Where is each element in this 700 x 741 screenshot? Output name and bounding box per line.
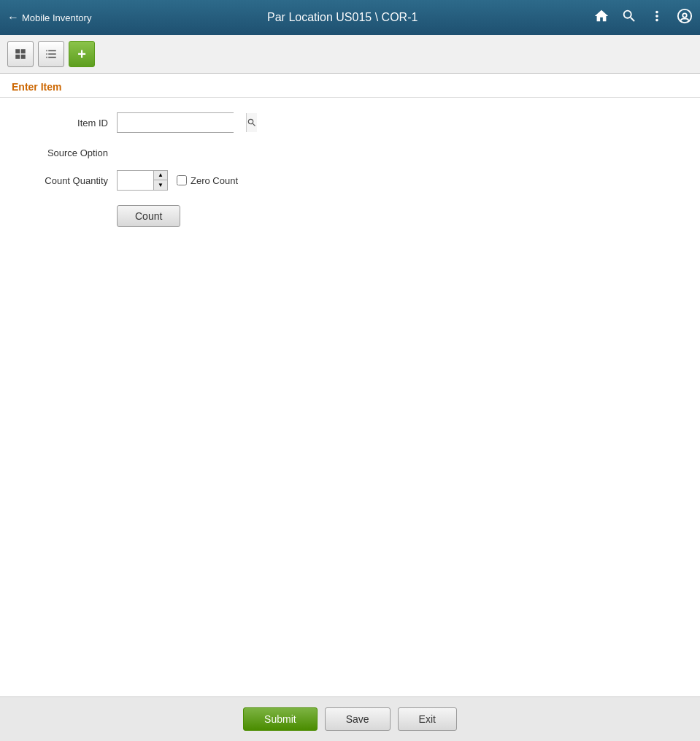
item-id-label: Item ID bbox=[15, 118, 117, 128]
count-quantity-label: Count Quantity bbox=[15, 175, 117, 186]
count-button-row: Count bbox=[15, 205, 685, 227]
home-icon[interactable] bbox=[593, 8, 609, 28]
header-icons bbox=[593, 8, 693, 28]
source-option-label: Source Option bbox=[15, 147, 117, 158]
svg-point-0 bbox=[678, 9, 691, 22]
footer: Submit Save Exit bbox=[0, 696, 700, 741]
source-option-row: Source Option bbox=[15, 147, 685, 158]
list-view-button[interactable] bbox=[38, 41, 64, 67]
enter-item-form: Item ID Source Option Count Quantity bbox=[0, 112, 700, 227]
spinner-down-button[interactable]: ▼ bbox=[154, 180, 167, 190]
count-quantity-control: ▲ ▼ Zero Count bbox=[117, 170, 238, 191]
count-button-area: Count bbox=[117, 205, 180, 227]
count-button[interactable]: Count bbox=[117, 205, 180, 227]
zero-count-label-text: Zero Count bbox=[191, 175, 238, 186]
item-id-input-wrapper bbox=[117, 112, 234, 133]
back-arrow-icon: ← bbox=[7, 11, 19, 24]
count-quantity-spinner: ▲ ▼ bbox=[117, 170, 168, 191]
zero-count-checkbox-label[interactable]: Zero Count bbox=[177, 175, 238, 186]
item-id-search-button[interactable] bbox=[246, 113, 257, 132]
app-header: ← Mobile Inventory Par Location US015 \ … bbox=[0, 0, 700, 35]
profile-icon[interactable] bbox=[677, 8, 693, 28]
add-item-button[interactable]: + bbox=[69, 41, 95, 67]
back-button[interactable]: ← Mobile Inventory bbox=[7, 11, 91, 24]
zero-count-checkbox[interactable] bbox=[177, 175, 187, 185]
search-icon[interactable] bbox=[621, 8, 637, 28]
spinner-up-button[interactable]: ▲ bbox=[154, 171, 167, 180]
spinner-buttons: ▲ ▼ bbox=[153, 171, 167, 190]
section-title: Enter Item bbox=[0, 74, 700, 98]
exit-button[interactable]: Exit bbox=[398, 707, 457, 731]
add-icon: + bbox=[77, 46, 86, 63]
page-title: Par Location US015 \ COR-1 bbox=[91, 11, 593, 24]
submit-button[interactable]: Submit bbox=[243, 707, 318, 731]
back-label: Mobile Inventory bbox=[22, 12, 91, 23]
grid-view-button[interactable] bbox=[7, 41, 34, 67]
main-content: Item ID Source Option Count Quantity bbox=[0, 98, 700, 696]
item-id-control bbox=[117, 112, 234, 133]
count-quantity-row: Count Quantity ▲ ▼ Zero Count bbox=[15, 170, 685, 191]
item-id-input[interactable] bbox=[118, 113, 246, 132]
toolbar: + bbox=[0, 35, 700, 74]
item-id-row: Item ID bbox=[15, 112, 685, 133]
save-button[interactable]: Save bbox=[325, 707, 391, 731]
count-quantity-input[interactable] bbox=[118, 171, 153, 190]
more-icon[interactable] bbox=[649, 8, 665, 28]
